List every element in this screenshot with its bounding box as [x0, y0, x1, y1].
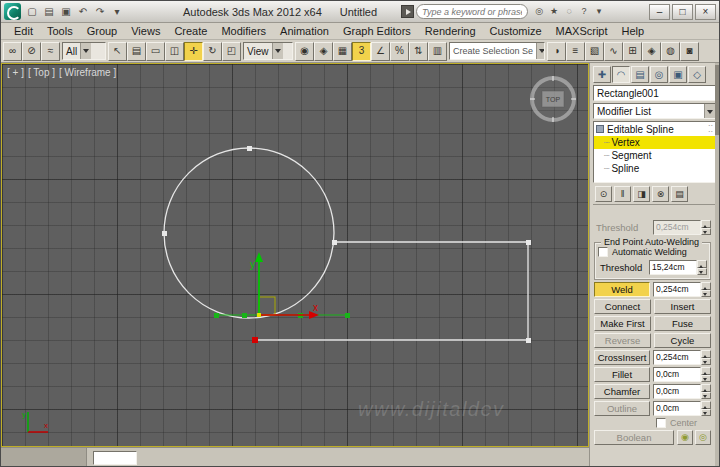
unlink-selection-icon[interactable]: ⊘: [22, 42, 41, 61]
bind-to-space-warp-icon[interactable]: ≈: [41, 42, 60, 61]
redo-icon[interactable]: ↷: [92, 4, 108, 20]
chevron-down-icon[interactable]: [272, 43, 283, 59]
search-icon[interactable]: ◌: [562, 5, 576, 19]
align-icon[interactable]: ≡: [566, 42, 585, 61]
stack-item-segment[interactable]: Segment: [594, 149, 716, 162]
new-scene-icon[interactable]: ▢: [24, 4, 40, 20]
window-crossing-icon[interactable]: ◫: [165, 42, 184, 61]
undo-icon[interactable]: ↶: [75, 4, 91, 20]
schematic-view-icon[interactable]: ⊞: [623, 42, 642, 61]
mirror-icon[interactable]: ◑: [547, 42, 566, 61]
help-icon[interactable]: ?: [577, 5, 591, 19]
move-gizmo[interactable]: y x: [250, 252, 319, 319]
fuse-button[interactable]: Fuse: [654, 316, 711, 331]
viewcube-top-face[interactable]: TOP: [546, 96, 561, 103]
tab-create[interactable]: ✚: [593, 66, 611, 83]
tab-hierarchy[interactable]: ▤: [631, 66, 649, 83]
editable-spline-shape[interactable]: [164, 148, 528, 340]
threshold-spinner[interactable]: 0,254cm: [653, 220, 711, 235]
cycle-button[interactable]: Cycle: [654, 333, 711, 348]
snaps-toggle-icon[interactable]: 3: [352, 42, 371, 61]
menu-item[interactable]: Create: [167, 24, 214, 38]
boolean-button[interactable]: Boolean: [594, 430, 674, 445]
menu-item[interactable]: Help: [615, 24, 652, 38]
selected-vertex[interactable]: [252, 337, 258, 343]
select-and-rotate-icon[interactable]: ↻: [203, 42, 222, 61]
render-setup-icon[interactable]: ◍: [661, 42, 680, 61]
edit-named-selection-sets-icon[interactable]: ▥: [428, 42, 447, 61]
spinner-arrows[interactable]: [697, 260, 707, 275]
percent-snap-icon[interactable]: %: [390, 42, 409, 61]
configure-modifier-sets-icon[interactable]: ▤: [671, 186, 688, 202]
tab-motion[interactable]: ◎: [650, 66, 668, 83]
maxscript-mini-listener[interactable]: [93, 451, 137, 465]
material-editor-icon[interactable]: ◈: [642, 42, 661, 61]
select-and-scale-icon[interactable]: ◰: [222, 42, 241, 61]
minimize-button[interactable]: –: [649, 4, 670, 20]
spinner-arrows[interactable]: [701, 367, 711, 382]
center-checkbox[interactable]: [656, 418, 666, 428]
angle-snap-icon[interactable]: ∠: [371, 42, 390, 61]
chamfer-button[interactable]: Chamfer: [594, 384, 650, 399]
menu-item[interactable]: MAXScript: [549, 24, 615, 38]
remove-modifier-icon[interactable]: ⊗: [652, 186, 669, 202]
close-button[interactable]: ×: [695, 4, 716, 20]
automatic-welding-checkbox[interactable]: [598, 247, 608, 257]
select-and-move-icon[interactable]: ✛: [184, 42, 203, 61]
menu-item[interactable]: Rendering: [418, 24, 483, 38]
spinner-snap-icon[interactable]: ⇅: [409, 42, 428, 61]
show-end-result-icon[interactable]: ‖: [614, 186, 631, 202]
menu-item[interactable]: Group: [80, 24, 125, 38]
help-caret-icon[interactable]: ▾: [592, 5, 606, 19]
crossinsert-spinner[interactable]: 0,254cm: [653, 350, 711, 365]
modifier-list-dropdown[interactable]: Modifier List: [593, 103, 717, 119]
maximize-button[interactable]: □: [672, 4, 693, 20]
weld-threshold-spinner[interactable]: 0,254cm: [653, 282, 711, 297]
pin-stack-icon[interactable]: ⊙: [595, 186, 612, 202]
spinner-arrows[interactable]: [701, 384, 711, 399]
spinner-arrows[interactable]: [701, 282, 711, 297]
selection-filter-dropdown[interactable]: All: [62, 42, 106, 60]
viewport-canvas[interactable]: www.dijitaldev: [2, 64, 589, 447]
keyboard-shortcut-override-icon[interactable]: ▦: [333, 42, 352, 61]
save-file-icon[interactable]: ▣: [58, 4, 74, 20]
select-and-manipulate-icon[interactable]: ◈: [314, 42, 333, 61]
make-first-button[interactable]: Make First: [594, 316, 651, 331]
crossinsert-button[interactable]: CrossInsert: [594, 350, 650, 365]
tab-display[interactable]: ▣: [669, 66, 687, 83]
select-object-icon[interactable]: ↖: [108, 42, 127, 61]
reference-coordinate-dropdown[interactable]: View: [243, 42, 293, 60]
curve-editor-icon[interactable]: ∿: [604, 42, 623, 61]
menu-item[interactable]: Modifiers: [214, 24, 273, 38]
outline-spinner[interactable]: 0,0cm: [653, 401, 711, 416]
insert-button[interactable]: Insert: [654, 299, 711, 314]
scrollbar-thumb[interactable]: [715, 65, 719, 135]
menu-item[interactable]: Customize: [483, 24, 549, 38]
outline-button[interactable]: Outline: [594, 401, 650, 416]
spinner-arrows[interactable]: [701, 220, 711, 235]
connect-button[interactable]: Connect: [594, 299, 651, 314]
menu-item[interactable]: Graph Editors: [336, 24, 418, 38]
stack-item-editable-spline[interactable]: Editable Spline ⁚⁚: [594, 122, 716, 136]
viewport-top[interactable]: [ + ] [ Top ] [ Wireframe ] www.dijitald…: [1, 63, 589, 447]
menu-item[interactable]: Tools: [40, 24, 80, 38]
menu-item[interactable]: Animation: [273, 24, 336, 38]
menu-item[interactable]: Edit: [7, 24, 40, 38]
weld-button[interactable]: Weld: [594, 282, 650, 297]
select-and-link-icon[interactable]: ∞: [3, 42, 22, 61]
fillet-button[interactable]: Fillet: [594, 367, 650, 382]
make-unique-icon[interactable]: ◨: [633, 186, 650, 202]
communication-center-icon[interactable]: ◎: [532, 5, 546, 19]
fillet-spinner[interactable]: 0,0cm: [653, 367, 711, 382]
chamfer-spinner[interactable]: 0,0cm: [653, 384, 711, 399]
stack-item-vertex[interactable]: Vertex: [594, 136, 716, 149]
rectangular-selection-region-icon[interactable]: ▭: [146, 42, 165, 61]
spinner-arrows[interactable]: [701, 350, 711, 365]
chevron-down-icon[interactable]: [80, 43, 91, 59]
use-pivot-center-icon[interactable]: ◉: [295, 42, 314, 61]
open-file-icon[interactable]: ▤: [41, 4, 57, 20]
panel-scrollbar[interactable]: [715, 63, 719, 467]
favorites-icon[interactable]: ★: [547, 5, 561, 19]
boolean-union-icon[interactable]: ◉: [677, 430, 693, 445]
viewport-menu-shading[interactable]: [ Wireframe ]: [59, 67, 116, 78]
